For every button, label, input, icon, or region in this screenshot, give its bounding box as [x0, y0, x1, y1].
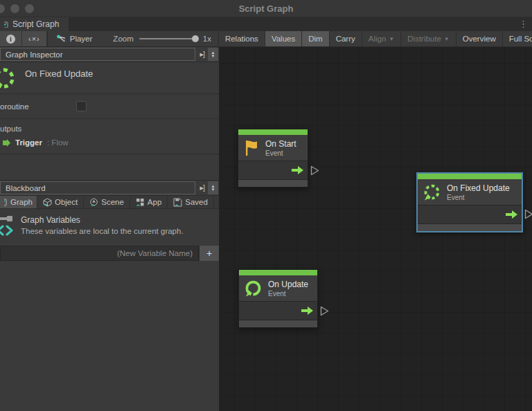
graph-inspector-header: Graph Inspector ▸] ▲ ▼ [0, 47, 219, 62]
flow-port-icon [3, 139, 10, 147]
output-port-row: Trigger : Flow [0, 138, 219, 147]
arrow-down-icon: ▼ [211, 55, 215, 58]
trigger-output-port[interactable] [506, 210, 517, 219]
full-screen-label: Full Screen [509, 35, 532, 43]
script-graph-icon [4, 21, 9, 28]
values-label: Values [272, 35, 295, 43]
zoom-slider-knob[interactable] [192, 35, 199, 42]
node-title: On Fixed Update [447, 183, 510, 193]
inspector-node-title-row: On Fixed Update [0, 62, 219, 94]
align-label: Align [369, 35, 387, 43]
tab-app[interactable]: App [130, 196, 168, 208]
maximize-window-icon[interactable] [25, 4, 34, 13]
coroutine-row: oroutine [0, 94, 219, 119]
graph-variables-subtitle: These variables are local to the current… [21, 227, 184, 235]
blackboard-header: Blackboard ▸] ▲ ▼ [0, 181, 219, 196]
align-dropdown-button[interactable]: Align ▼ [362, 31, 401, 46]
output-port-type: : Flow [47, 138, 69, 147]
graph-canvas[interactable]: On Start Event [220, 47, 532, 411]
minimize-window-icon[interactable] [10, 4, 19, 13]
tab-overflow-menu-icon[interactable]: ⋮ [519, 19, 528, 29]
relations-button[interactable]: Relations [219, 31, 265, 46]
tab-graph[interactable]: Graph [0, 196, 37, 208]
panel-reorder-stepper[interactable]: ▲ ▼ [208, 181, 218, 194]
arrow-down-icon: ▼ [211, 188, 215, 192]
carry-button[interactable]: Carry [330, 31, 362, 46]
view-code-button[interactable]: ‹×› [22, 31, 47, 46]
flow-continue-icon[interactable] [320, 306, 329, 318]
full-screen-button[interactable]: Full Screen [503, 31, 532, 46]
side-panel: Graph Inspector ▸] ▲ ▼ On Fixed Update [0, 47, 220, 411]
node-footer [418, 224, 522, 231]
object-cube-icon [43, 198, 52, 207]
flow-continue-icon[interactable] [310, 165, 319, 178]
node-header: On Fixed Update Event [418, 179, 522, 206]
dock-panel-icon[interactable]: ▸] [197, 50, 207, 59]
traffic-lights [0, 4, 34, 13]
node-header: On Update Event [239, 275, 317, 302]
app-tab-label: App [148, 198, 161, 206]
inspect-button[interactable]: i [0, 31, 22, 46]
saved-tab-label: Saved [185, 198, 208, 206]
player-label: Player [70, 35, 93, 43]
graph-node-icon [56, 35, 66, 43]
values-button[interactable]: Values [265, 31, 301, 46]
blackboard-tabs: Graph Object Scene App Saved [0, 196, 219, 209]
panel-reorder-stepper[interactable]: ▲ ▼ [208, 48, 218, 61]
node-title: On Start [265, 139, 296, 149]
graph-tab-label: Graph [10, 198, 33, 206]
chevron-down-icon: ▼ [389, 36, 394, 42]
node-footer [238, 180, 308, 187]
coroutine-label: oroutine [0, 102, 76, 111]
tab-script-graph[interactable]: Script Graph [0, 17, 69, 31]
tab-object[interactable]: Object [37, 196, 84, 208]
flag-icon [243, 139, 260, 157]
overview-label: Overview [463, 35, 496, 43]
dim-button[interactable]: Dim [302, 31, 328, 46]
node-subtitle: Event [268, 290, 308, 298]
relations-label: Relations [225, 35, 258, 43]
node-port-row [238, 161, 308, 180]
node-header: On Start Event [238, 135, 308, 161]
dim-label: Dim [308, 35, 322, 43]
trigger-output-port[interactable] [292, 166, 303, 174]
zoom-value: 1x [203, 35, 211, 43]
coroutine-checkbox[interactable] [76, 101, 87, 111]
zoom-control: Zoom 1x [100, 31, 218, 46]
window-title: Script Graph [0, 3, 532, 14]
node-on-start[interactable]: On Start Event [238, 129, 308, 188]
script-graph-window: Script Graph Script Graph ⋮ i ‹×› Player… [0, 0, 532, 411]
graph-variables-info: Graph Variables These variables are loca… [0, 209, 219, 244]
carry-label: Carry [336, 35, 355, 43]
overview-button[interactable]: Overview [456, 31, 502, 46]
tab-label: Script Graph [12, 19, 59, 29]
node-on-update[interactable]: On Update Event [238, 269, 318, 328]
tab-saved[interactable]: Saved [168, 196, 214, 208]
dock-panel-icon[interactable]: ▸] [197, 183, 207, 192]
flow-continue-icon[interactable] [524, 209, 532, 221]
tab-bar: Script Graph ⋮ [0, 17, 532, 31]
graph-owner-button[interactable]: Player [48, 31, 101, 46]
node-footer [239, 320, 317, 327]
new-variable-input[interactable] [0, 246, 199, 261]
zoom-slider[interactable] [139, 38, 197, 39]
tab-scene[interactable]: Scene [84, 196, 130, 208]
graph-tab-icon [4, 199, 8, 206]
code-icon: ‹×› [28, 35, 40, 43]
add-variable-button[interactable]: + [199, 246, 219, 261]
scene-tab-label: Scene [101, 198, 124, 206]
chevron-down-icon: ▼ [444, 36, 450, 42]
graph-inspector-title-field[interactable]: Graph Inspector [0, 48, 195, 61]
blackboard-title-field[interactable]: Blackboard [0, 181, 195, 194]
outputs-section: utputs Trigger : Flow [0, 119, 219, 154]
output-port-name: Trigger [15, 138, 42, 147]
panel-gap [0, 154, 219, 181]
close-window-icon[interactable] [0, 4, 5, 13]
graph-toolbar: i ‹×› Player Zoom 1x Relations Values Di… [0, 31, 532, 47]
blackboard-title: Blackboard [6, 184, 46, 192]
trigger-output-port[interactable] [301, 307, 313, 315]
window-titlebar: Script Graph [0, 0, 532, 17]
node-on-fixed-update[interactable]: On Fixed Update Event [416, 172, 523, 232]
distribute-dropdown-button[interactable]: Distribute ▼ [401, 31, 456, 46]
graph-variables-icon [0, 214, 15, 237]
